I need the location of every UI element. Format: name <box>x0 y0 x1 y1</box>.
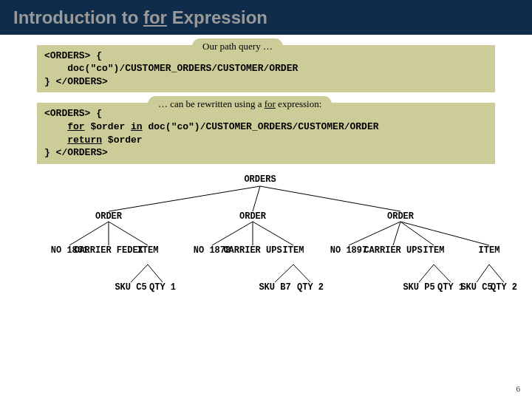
leaf-qty-3b: QTY 2 <box>491 282 517 293</box>
svg-line-10 <box>253 222 293 245</box>
svg-line-15 <box>400 222 434 245</box>
svg-line-8 <box>212 222 253 245</box>
annotation-1: Our path query … <box>192 38 283 55</box>
title-post: Expression <box>167 7 267 27</box>
annotation-2: … can be rewritten using a for expressio… <box>148 96 332 112</box>
svg-line-1 <box>253 186 260 211</box>
leaf-car-1: CARRIER FEDEX <box>74 245 143 256</box>
leaf-item-2: ITEM <box>283 245 304 256</box>
svg-line-6 <box>131 265 148 282</box>
slide-body: Our path query … <ORDERS> { doc("co")/CU… <box>0 35 532 337</box>
title-bar: Introduction to for Expression <box>0 0 532 35</box>
leaf-car-2: CARRIER UPS <box>223 245 282 256</box>
leaf-sku-3a: SKU P5 <box>403 282 434 293</box>
leaf-sku-1: SKU C5 <box>115 282 146 293</box>
svg-line-2 <box>260 186 400 211</box>
svg-line-13 <box>349 222 400 245</box>
svg-line-0 <box>109 186 260 211</box>
page-title: Introduction to for Expression <box>13 7 519 29</box>
svg-line-18 <box>434 265 451 282</box>
title-for: for <box>143 7 167 27</box>
code-block-1: Our path query … <ORDERS> { doc("co")/CU… <box>37 45 495 93</box>
page-number: 6 <box>516 384 521 393</box>
node-order-3: ORDER <box>387 211 414 222</box>
leaf-car-3: CARRIER UPS <box>364 245 422 256</box>
leaf-qty-1: QTY 1 <box>149 282 176 293</box>
tree-diagram: ORDERS ORDER ORDER ORDER NO 1861 CARRIER… <box>16 174 516 337</box>
tree-edges <box>16 174 532 337</box>
svg-line-12 <box>293 265 310 282</box>
svg-line-11 <box>275 265 293 282</box>
svg-line-19 <box>477 265 489 282</box>
svg-line-3 <box>69 222 109 245</box>
leaf-sku-2: SKU B7 <box>259 282 290 293</box>
svg-line-16 <box>400 222 489 245</box>
leaf-no-3: NO 1897 <box>330 245 367 256</box>
svg-line-5 <box>109 222 148 245</box>
svg-line-14 <box>393 222 400 245</box>
node-root: ORDERS <box>244 174 276 185</box>
title-pre: Introduction to <box>13 7 143 27</box>
node-order-2: ORDER <box>239 211 266 222</box>
leaf-sku-3b: SKU C5 <box>460 282 492 293</box>
leaf-item-3b: ITEM <box>479 245 500 256</box>
svg-line-20 <box>489 265 504 282</box>
code-block-2: … can be rewritten using a for expressio… <box>37 103 495 163</box>
leaf-item-1: ITEM <box>137 245 159 256</box>
svg-line-17 <box>419 265 434 282</box>
svg-line-7 <box>148 265 163 282</box>
node-order-1: ORDER <box>95 211 122 222</box>
leaf-qty-2: QTY 2 <box>297 282 324 293</box>
leaf-item-3a: ITEM <box>423 245 445 256</box>
